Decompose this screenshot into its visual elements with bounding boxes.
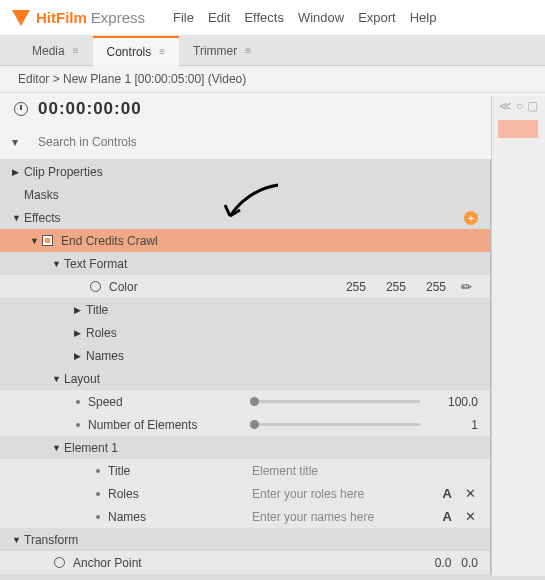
label: Number of Elements <box>88 418 197 432</box>
row-el-title[interactable]: Title Element title <box>0 459 490 482</box>
effect-toggle-icon[interactable] <box>42 235 53 246</box>
tab-media[interactable]: Media≡ <box>18 37 93 65</box>
font-icon[interactable]: A <box>443 509 452 524</box>
side-panel: ≪ ○ ▢ <box>491 96 545 576</box>
label: Element 1 <box>64 441 118 455</box>
chevron-down-icon[interactable]: ▼ <box>12 213 24 223</box>
label: Title <box>108 464 130 478</box>
row-layout[interactable]: ▼ Layout <box>0 367 490 390</box>
label: Clip Properties <box>24 165 103 179</box>
label: Transform <box>24 533 78 547</box>
add-effect-icon[interactable]: + <box>464 211 478 225</box>
label: Roles <box>108 487 139 501</box>
hamburger-icon: ≡ <box>73 45 79 56</box>
color-values[interactable]: 255 255 255 <box>346 280 446 294</box>
row-text-format[interactable]: ▼ Text Format <box>0 252 490 275</box>
num-elements-slider[interactable] <box>250 423 420 426</box>
label: Speed <box>88 395 123 409</box>
rewind-icon[interactable]: ≪ <box>499 99 512 113</box>
stop-icon[interactable]: ▢ <box>527 99 538 113</box>
label: Color <box>109 280 138 294</box>
bullet-icon <box>76 423 80 427</box>
clock-icon <box>14 102 28 116</box>
logo-icon <box>12 10 30 26</box>
row-anchor-point[interactable]: Anchor Point 0.0 0.0 <box>0 551 490 574</box>
roles-input[interactable]: Enter your roles here <box>252 487 364 501</box>
row-effects[interactable]: ▼ Effects + <box>0 206 490 229</box>
label: Names <box>108 510 146 524</box>
label: Effects <box>24 211 60 225</box>
bullet-icon <box>96 515 100 519</box>
chevron-down-icon[interactable]: ▼ <box>52 443 64 453</box>
label: Anchor Point <box>73 556 142 570</box>
chevron-down-icon[interactable]: ▼ <box>12 535 24 545</box>
names-input[interactable]: Enter your names here <box>252 510 374 524</box>
label: End Credits Crawl <box>61 234 158 248</box>
label: Masks <box>24 188 59 202</box>
tab-controls[interactable]: Controls≡ <box>93 36 180 66</box>
font-icon[interactable]: A <box>443 486 452 501</box>
menu-window[interactable]: Window <box>298 10 344 25</box>
row-color[interactable]: Color 255 255 255 ✎ <box>0 275 490 298</box>
keyframe-icon[interactable] <box>90 281 101 292</box>
menu-export[interactable]: Export <box>358 10 396 25</box>
timeline-strip <box>498 120 538 138</box>
num-elements-value[interactable]: 1 <box>471 418 478 432</box>
bullet-icon <box>96 469 100 473</box>
eyedropper-icon[interactable]: ✎ <box>457 277 475 295</box>
chevron-down-icon[interactable]: ▼ <box>52 259 64 269</box>
logo-text-1: HitFilm <box>36 9 87 26</box>
row-roles[interactable]: ▶ Roles <box>0 321 490 344</box>
breadcrumb: Editor > New Plane 1 [00:00:05:00] (Vide… <box>0 66 545 93</box>
menu-edit[interactable]: Edit <box>208 10 230 25</box>
tabbar: Media≡ Controls≡ Trimmer≡ <box>0 36 545 66</box>
chevron-right-icon[interactable]: ▶ <box>74 328 86 338</box>
chevron-right-icon[interactable]: ▶ <box>74 305 86 315</box>
titlebar: HitFilm Express File Edit Effects Window… <box>0 0 545 36</box>
controls-panel: ▶ Clip Properties Masks ▼ Effects + ▼ En… <box>0 160 491 574</box>
side-nav-icons[interactable]: ≪ ○ ▢ <box>492 96 545 116</box>
tab-trimmer[interactable]: Trimmer≡ <box>179 37 265 65</box>
label: Roles <box>86 326 117 340</box>
hamburger-icon: ≡ <box>245 45 251 56</box>
row-el-names[interactable]: Names Enter your names here A ✕ <box>0 505 490 528</box>
row-element-1[interactable]: ▼ Element 1 <box>0 436 490 459</box>
close-icon[interactable]: ✕ <box>465 509 476 524</box>
chevron-down-icon[interactable]: ▼ <box>52 374 64 384</box>
bullet-icon <box>96 492 100 496</box>
menu-file[interactable]: File <box>173 10 194 25</box>
speed-value[interactable]: 100.0 <box>448 395 478 409</box>
filter-icon[interactable]: ▾ <box>12 135 26 149</box>
searchbar: ▾ ☰ ☰ <box>0 125 545 160</box>
row-clip-properties[interactable]: ▶ Clip Properties <box>0 160 490 183</box>
timebar: 00:00:00:00 ⬛ <box>0 93 545 125</box>
circle-icon[interactable]: ○ <box>516 99 523 113</box>
chevron-down-icon[interactable]: ▼ <box>30 236 42 246</box>
logo-text-2: Express <box>91 9 145 26</box>
timecode[interactable]: 00:00:00:00 <box>38 99 142 119</box>
row-speed[interactable]: Speed 100.0 <box>0 390 490 413</box>
label: Title <box>86 303 108 317</box>
chevron-right-icon[interactable]: ▶ <box>12 167 24 177</box>
row-end-credits-crawl[interactable]: ▼ End Credits Crawl <box>0 229 490 252</box>
label: Layout <box>64 372 100 386</box>
title-input[interactable]: Element title <box>252 464 318 478</box>
close-icon[interactable]: ✕ <box>465 486 476 501</box>
row-names[interactable]: ▶ Names <box>0 344 490 367</box>
keyframe-icon[interactable] <box>54 557 65 568</box>
label: Text Format <box>64 257 127 271</box>
search-input[interactable] <box>32 129 497 155</box>
menu-help[interactable]: Help <box>410 10 437 25</box>
row-title[interactable]: ▶ Title <box>0 298 490 321</box>
row-num-elements[interactable]: Number of Elements 1 <box>0 413 490 436</box>
bullet-icon <box>76 400 80 404</box>
row-el-roles[interactable]: Roles Enter your roles here A ✕ <box>0 482 490 505</box>
anchor-values[interactable]: 0.0 0.0 <box>435 556 478 570</box>
menu-effects[interactable]: Effects <box>244 10 284 25</box>
row-masks[interactable]: Masks <box>0 183 490 206</box>
hamburger-icon: ≡ <box>159 46 165 57</box>
speed-slider[interactable] <box>250 400 420 403</box>
label: Names <box>86 349 124 363</box>
chevron-right-icon[interactable]: ▶ <box>74 351 86 361</box>
row-transform[interactable]: ▼ Transform <box>0 528 490 551</box>
